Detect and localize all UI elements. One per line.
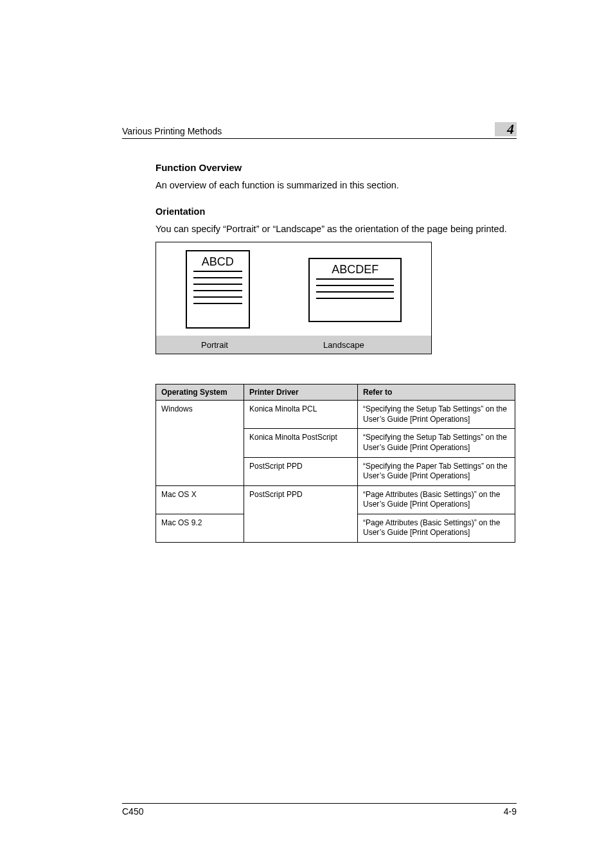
th-refer: Refer to: [358, 384, 515, 401]
footer-page: 4-9: [504, 806, 517, 817]
cell-refer: “Page Attributes (Basic Settings)” on th…: [358, 514, 515, 542]
chapter-number: 4: [507, 121, 514, 138]
portrait-sample-text: ABCD: [193, 255, 242, 272]
running-title: Various Printing Methods: [122, 126, 222, 136]
th-driver: Printer Driver: [244, 384, 358, 401]
portrait-page-icon: ABCD: [186, 250, 250, 329]
reference-table: Operating System Printer Driver Refer to…: [155, 384, 515, 543]
table-header-row: Operating System Printer Driver Refer to: [156, 384, 515, 401]
illustration-band: [156, 336, 431, 354]
cell-refer: “Specifying the Setup Tab Settings” on t…: [358, 401, 515, 429]
cell-os: Mac OS 9.2: [156, 514, 244, 542]
portrait-caption: Portrait: [201, 340, 228, 350]
heading-function-overview: Function Overview: [155, 162, 517, 173]
cell-driver: Konica Minolta PCL: [244, 401, 358, 429]
table-row: Mac OS X PostScript PPD “Page Attributes…: [156, 485, 515, 514]
cell-os: Mac OS X: [156, 485, 244, 514]
orientation-illustration: ABCD ABCDEF Portrait Landscape: [155, 242, 432, 354]
overview-body: An overview of each function is summariz…: [155, 179, 517, 192]
cell-os: Windows: [156, 401, 244, 486]
footer-model: C450: [122, 806, 143, 817]
chapter-square: 4: [495, 122, 517, 136]
cell-refer: “Specifying the Setup Tab Settings” on t…: [358, 429, 515, 457]
heading-orientation: Orientation: [155, 206, 517, 217]
cell-refer: “Page Attributes (Basic Settings)” on th…: [358, 485, 515, 514]
orientation-body: You can specify “Portrait” or “Landscape…: [155, 223, 517, 236]
chapter-box: 4: [495, 122, 517, 136]
landscape-sample-text: ABCDEF: [316, 263, 394, 280]
landscape-caption: Landscape: [323, 340, 364, 350]
th-os: Operating System: [156, 384, 244, 401]
cell-driver: Konica Minolta PostScript: [244, 429, 358, 457]
cell-driver: PostScript PPD: [244, 485, 358, 542]
illustration-frame: ABCD ABCDEF Portrait Landscape: [155, 242, 432, 354]
page: Various Printing Methods 4 Function Over…: [0, 0, 613, 868]
page-footer: C450 4-9: [122, 803, 517, 817]
running-header: Various Printing Methods 4: [122, 122, 517, 139]
cell-driver: PostScript PPD: [244, 457, 358, 485]
table-row: Windows Konica Minolta PCL “Specifying t…: [156, 401, 515, 429]
cell-refer: “Specifying the Paper Tab Settings” on t…: [358, 457, 515, 485]
landscape-page-icon: ABCDEF: [308, 258, 402, 322]
